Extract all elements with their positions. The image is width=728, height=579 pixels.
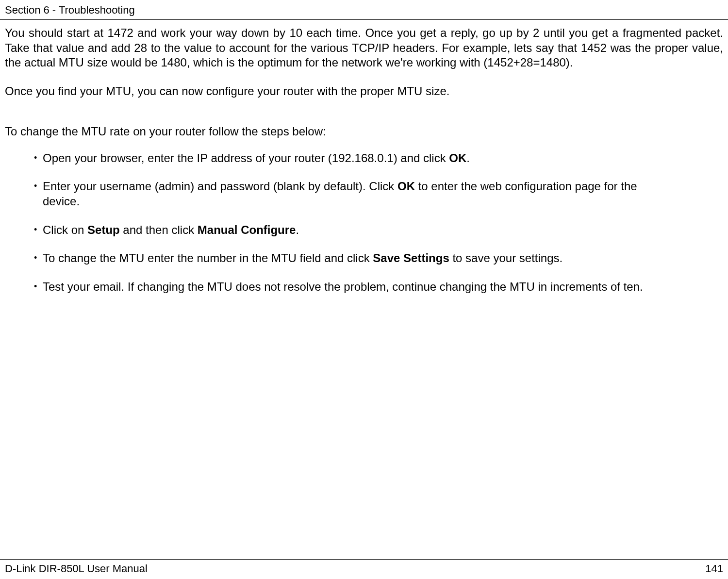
bold-text: OK [449, 151, 466, 165]
section-title: Section 6 - Troubleshooting [5, 4, 723, 17]
list-item: • To change the MTU enter the number in … [34, 251, 675, 266]
bullet-icon: • [34, 223, 43, 238]
page-number: 141 [705, 562, 723, 575]
bullet-icon: • [34, 251, 43, 266]
text-fragment: Open your browser, enter the IP address … [43, 151, 449, 165]
paragraph-mtu-explanation: You should start at 1472 and work your w… [5, 26, 723, 70]
step-text: Enter your username (admin) and password… [43, 179, 675, 209]
page-footer: D-Link DIR-850L User Manual 141 [0, 559, 728, 575]
page-header: Section 6 - Troubleshooting [0, 0, 728, 20]
list-item: • Enter your username (admin) and passwo… [34, 179, 675, 209]
text-fragment: Test your email. If changing the MTU doe… [43, 280, 643, 293]
step-text: Test your email. If changing the MTU doe… [43, 280, 675, 295]
bold-text: Manual Configure [198, 223, 296, 236]
text-fragment: To change the MTU enter the number in th… [43, 251, 373, 265]
step-text: Click on Setup and then click Manual Con… [43, 223, 675, 238]
page-content: You should start at 1472 and work your w… [0, 26, 728, 295]
paragraph-steps-intro: To change the MTU rate on your router fo… [5, 124, 723, 139]
bullet-icon: • [34, 179, 43, 209]
step-text: Open your browser, enter the IP address … [43, 151, 675, 166]
text-fragment: . [296, 223, 299, 236]
list-item: • Open your browser, enter the IP addres… [34, 151, 675, 166]
text-fragment: . [466, 151, 470, 165]
bullet-icon: • [34, 151, 43, 166]
list-item: • Test your email. If changing the MTU d… [34, 280, 675, 295]
list-item: • Click on Setup and then click Manual C… [34, 223, 675, 238]
bullet-icon: • [34, 280, 43, 295]
text-fragment: to save your settings. [449, 251, 563, 265]
bold-text: Setup [87, 223, 120, 236]
step-text: To change the MTU enter the number in th… [43, 251, 675, 266]
text-fragment: Enter your username (admin) and password… [43, 180, 397, 193]
manual-title: D-Link DIR-850L User Manual [5, 562, 148, 575]
bold-text: Save Settings [373, 251, 449, 265]
paragraph-mtu-configure: Once you find your MTU, you can now conf… [5, 84, 723, 99]
steps-list: • Open your browser, enter the IP addres… [5, 151, 723, 295]
text-fragment: and then click [120, 223, 198, 236]
bold-text: OK [397, 180, 415, 193]
text-fragment: Click on [43, 223, 87, 236]
